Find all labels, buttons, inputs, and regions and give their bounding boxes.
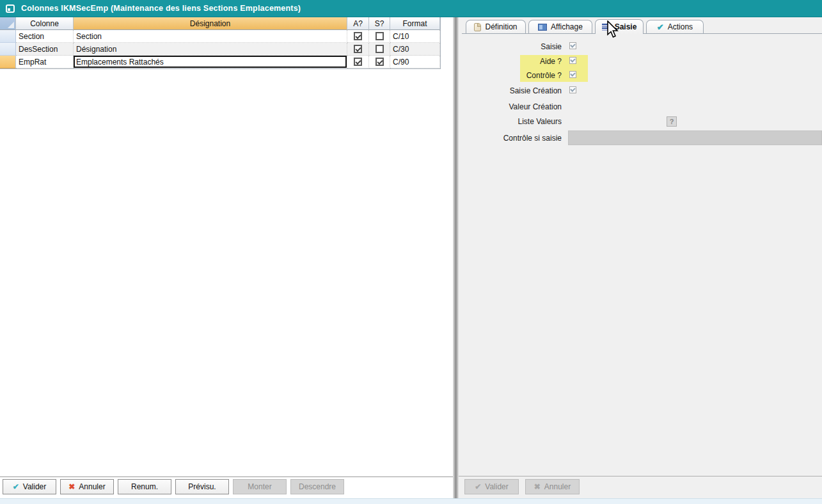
display-icon: [538, 24, 547, 31]
cell-s-checkbox[interactable]: [369, 43, 390, 56]
renum-button[interactable]: Renum.: [118, 479, 171, 494]
title-bar: Colonnes IKMSecEmp (Maintenance des lien…: [0, 0, 822, 17]
row-selector[interactable]: [0, 30, 16, 43]
button-label: Valider: [485, 482, 508, 491]
cell-s-checkbox[interactable]: [369, 56, 390, 68]
checkbox-controle[interactable]: [569, 71, 576, 78]
button-label: Prévisu.: [188, 482, 216, 491]
label-aide: Aide ?: [459, 57, 562, 66]
window-form-icon: [6, 4, 15, 13]
columns-table: Colonne Désignation A? S? Format Section…: [0, 17, 441, 69]
button-label: Valider: [23, 482, 46, 491]
button-label: Descendre: [299, 482, 336, 491]
panel-splitter[interactable]: [453, 17, 459, 498]
cell-format[interactable]: C/10: [390, 30, 440, 43]
columns-grid-panel: [0, 17, 453, 499]
valider-button[interactable]: ✔ Valider: [3, 479, 56, 494]
tab-definition[interactable]: Définition: [466, 20, 526, 33]
button-label: Annuler: [544, 482, 571, 491]
column-header-a[interactable]: A?: [347, 17, 369, 30]
button-label: Monter: [248, 482, 271, 491]
tab-label: Affichage: [551, 22, 583, 31]
checkbox-saisie[interactable]: [569, 42, 576, 49]
status-strip: [0, 498, 822, 504]
label-controle-si-saisie: Contrôle si saisie: [459, 134, 562, 143]
previsu-button[interactable]: Prévisu.: [175, 479, 229, 494]
label-saisie-creation: Saisie Création: [459, 86, 562, 95]
cell-colonne[interactable]: DesSection: [16, 43, 74, 56]
cross-icon: ✖: [68, 483, 75, 491]
checkbox-saisie-creation[interactable]: [569, 86, 576, 93]
button-label: Annuler: [79, 482, 105, 491]
column-header-colonne[interactable]: Colonne: [16, 17, 74, 30]
valider-button-right[interactable]: ✔ Valider: [464, 479, 519, 494]
button-label: Renum.: [131, 482, 158, 491]
cell-a-checkbox[interactable]: [347, 30, 369, 43]
cell-format[interactable]: C/30: [390, 43, 440, 56]
monter-button[interactable]: Monter: [233, 479, 287, 494]
check-icon: ✔: [13, 483, 19, 491]
cell-a-checkbox[interactable]: [347, 43, 369, 56]
descendre-button[interactable]: Descendre: [290, 479, 344, 494]
label-controle: Contrôle ?: [459, 71, 562, 80]
checkbox-a[interactable]: [354, 45, 362, 53]
tab-label: Actions: [668, 22, 693, 31]
tab-label: Définition: [485, 22, 517, 31]
right-buttonbar-separator: [459, 476, 822, 476]
liste-valeurs-help-button[interactable]: ?: [667, 116, 677, 127]
label-valeur-creation: Valeur Création: [459, 102, 562, 111]
tab-affichage[interactable]: Affichage: [528, 20, 592, 33]
row-selector[interactable]: [0, 43, 16, 56]
checkbox-aide[interactable]: [569, 57, 576, 64]
document-icon: [474, 23, 481, 31]
checkbox-a[interactable]: [354, 58, 362, 66]
column-header-format[interactable]: Format: [390, 17, 440, 30]
app-window: Colonnes IKMSecEmp (Maintenance des lien…: [0, 0, 822, 504]
checkbox-s[interactable]: [375, 58, 384, 66]
column-header-s[interactable]: S?: [369, 17, 390, 30]
cell-colonne[interactable]: Section: [16, 30, 74, 43]
annuler-button[interactable]: ✖ Annuler: [60, 479, 114, 494]
checkbox-s[interactable]: [375, 45, 384, 53]
cell-colonne[interactable]: EmpRat: [16, 56, 74, 68]
select-all-triangle-icon: [8, 22, 14, 28]
row-selector-current[interactable]: [0, 56, 16, 68]
cell-designation[interactable]: Section: [74, 30, 347, 43]
select-all-cell[interactable]: [0, 17, 16, 30]
cell-a-checkbox[interactable]: [347, 56, 369, 68]
window-title: Colonnes IKMSecEmp (Maintenance des lien…: [21, 4, 301, 13]
mouse-cursor: [606, 20, 619, 38]
check-icon: ✔: [475, 483, 481, 491]
label-liste-valeurs: Liste Valeurs: [459, 117, 562, 126]
column-header-designation[interactable]: Désignation: [74, 17, 347, 30]
cell-designation[interactable]: Désignation: [74, 43, 347, 56]
annuler-button-right[interactable]: ✖ Annuler: [525, 479, 580, 494]
checkbox-s[interactable]: [375, 32, 384, 40]
cell-format[interactable]: C/90: [390, 56, 440, 68]
cross-icon: ✖: [534, 483, 541, 491]
check-icon: ✔: [657, 23, 664, 31]
label-saisie: Saisie: [459, 42, 562, 51]
cell-s-checkbox[interactable]: [369, 30, 390, 43]
checkbox-a[interactable]: [354, 32, 362, 40]
tab-actions[interactable]: ✔ Actions: [646, 20, 704, 33]
cell-designation-selected[interactable]: Emplacements Rattachés: [74, 56, 347, 68]
tab-saisie[interactable]: Saisie: [595, 19, 644, 34]
controle-si-saisie-input[interactable]: [568, 130, 822, 145]
left-buttonbar-separator: [0, 476, 453, 477]
